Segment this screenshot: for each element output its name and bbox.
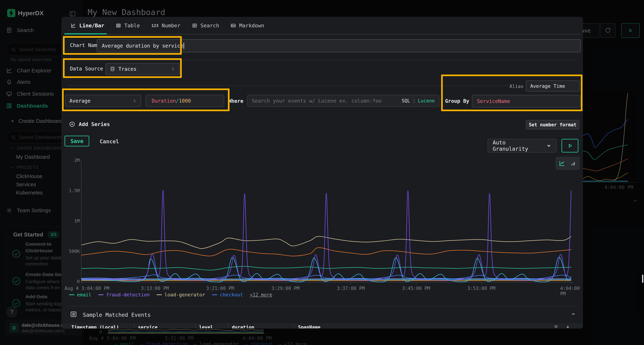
x-axis-tick: 3:53:00 PM <box>468 286 496 291</box>
tab-search[interactable]: Search <box>192 22 219 28</box>
legend-item-load-generator[interactable]: load-generator <box>156 292 205 298</box>
download-icon[interactable] <box>565 325 570 329</box>
legend-label: load-generator <box>164 292 205 298</box>
tab-markdown[interactable]: Markdown <box>230 22 264 28</box>
column-header-level[interactable]: level <box>199 325 213 329</box>
cancel-button[interactable]: Cancel <box>100 138 119 145</box>
x-axis-tick: 3:13:00 PM <box>141 286 169 291</box>
database-icon <box>110 66 115 72</box>
table-icon <box>116 23 121 28</box>
column-separator <box>228 324 228 329</box>
legend-item-fraud-detection[interactable]: fraud-detection <box>98 292 150 298</box>
tab-label: Table <box>124 22 140 28</box>
sql-mode-toggle[interactable]: SQL <box>402 98 410 103</box>
text-cursor <box>184 43 184 49</box>
filter-icon[interactable] <box>553 325 559 329</box>
tab-table[interactable]: Table <box>116 22 140 28</box>
scrollbar-thumb[interactable] <box>642 275 643 283</box>
group-by-label: Group By <box>445 98 469 104</box>
collapse-section-icon[interactable] <box>570 311 576 317</box>
alias-label: Alias <box>510 84 524 89</box>
chevron-updown-icon <box>171 67 175 71</box>
sample-events-title: Sample Matched Events <box>83 312 150 318</box>
legend-swatch <box>98 295 104 295</box>
list-icon <box>70 311 77 318</box>
legend-label: fraud-detection <box>106 292 150 298</box>
number-icon: 123 <box>151 23 158 28</box>
where-placeholder: Search your events w/ Lucene ex. column:… <box>252 98 402 104</box>
main-chart <box>82 159 572 283</box>
column-separator <box>134 324 134 329</box>
aggregation-select[interactable]: Average <box>65 95 141 107</box>
tab-label: Search <box>200 22 219 28</box>
tab-line-bar[interactable]: Line/Bar <box>71 22 104 28</box>
y-axis-tick: 500K <box>69 249 80 254</box>
markdown-icon <box>230 23 236 28</box>
where-input[interactable]: Search your events w/ Lucene ex. column:… <box>247 95 439 107</box>
x-axis-tick: 3:45:00 PM <box>402 286 430 291</box>
legend-label: email <box>77 292 92 298</box>
active-tab-underline <box>64 33 107 34</box>
save-button[interactable]: Save <box>64 136 89 146</box>
play-icon <box>567 142 573 149</box>
list-icon <box>192 23 197 28</box>
column-header-duration[interactable]: duration <box>232 325 254 329</box>
field-expression-token: / <box>176 98 179 104</box>
legend-label: checkout <box>220 292 243 298</box>
where-label: Where <box>228 98 243 104</box>
tab-number[interactable]: 123Number <box>151 22 180 28</box>
chevron-down-icon <box>546 143 552 148</box>
run-query-button[interactable] <box>562 139 578 152</box>
tab-label: Number <box>162 22 180 28</box>
x-axis-tick: 4:04:00 PM <box>560 286 580 296</box>
legend-more-link[interactable]: +12 more <box>250 292 272 298</box>
y-axis-tick: 1.5M <box>69 188 80 193</box>
x-axis-tick: 3:29:00 PM <box>272 286 300 291</box>
series-email <box>82 266 571 270</box>
x-axis-tick: 3:21:00 PM <box>206 286 234 291</box>
granularity-select[interactable]: Auto Granularity <box>488 139 556 152</box>
edit-chart-modal: Line/BarTable123NumberSearchMarkdown Cha… <box>62 17 583 329</box>
data-source-select[interactable]: Traces <box>106 63 180 75</box>
alias-input[interactable]: Average Time <box>526 80 580 91</box>
field-expression-token: 1000 <box>179 98 191 104</box>
events-table-header: Timestamp (Local)serviceleveldurationSpa… <box>62 323 583 329</box>
chart-name-input[interactable]: Average duration by service <box>97 39 581 52</box>
series-unlabeled-orange <box>82 248 571 256</box>
set-number-format-button[interactable]: Set number format <box>526 120 579 129</box>
column-separator <box>195 324 196 329</box>
column-separator <box>294 324 295 329</box>
app-root: HyperDX Search Saved Searches No saved s… <box>0 0 644 345</box>
chart-type-tabs: Line/BarTable123NumberSearchMarkdown <box>71 22 264 28</box>
column-header-timestamp-local-[interactable]: Timestamp (Local) <box>72 325 119 329</box>
tab-label: Markdown <box>239 22 264 28</box>
x-axis-tick: 3:37:00 PM <box>337 286 365 291</box>
x-axis-tick: Aug 4 3:04:00 PM <box>64 286 109 291</box>
column-header-service[interactable]: service <box>138 325 158 329</box>
legend-item-checkout[interactable]: checkout <box>212 292 243 298</box>
add-series-button[interactable]: Add Series <box>69 121 110 127</box>
chart-name-label: Chart Name <box>70 42 100 48</box>
tab-label: Line/Bar <box>79 22 104 28</box>
data-source-label: Data Source <box>70 66 103 72</box>
column-header-spanname[interactable]: SpanName <box>298 325 320 329</box>
legend-item-email[interactable]: email <box>69 292 92 298</box>
series-fraud-detection <box>82 190 571 280</box>
line-chart-icon <box>71 23 76 28</box>
chevron-updown-icon <box>132 98 137 103</box>
field-expression-token: Duration <box>152 98 176 104</box>
chart-legend: emailfraud-detectionload-generatorchecko… <box>69 292 272 298</box>
legend-swatch <box>69 295 74 295</box>
series-load-generator <box>82 236 571 249</box>
legend-swatch <box>212 295 217 295</box>
legend-swatch <box>156 295 162 295</box>
field-expression-input[interactable]: Duration/1000 <box>146 95 224 107</box>
group-by-input[interactable]: ServiceName <box>472 95 580 107</box>
plus-circle-icon <box>69 121 75 127</box>
lucene-mode-toggle[interactable]: Lucene <box>418 98 435 103</box>
